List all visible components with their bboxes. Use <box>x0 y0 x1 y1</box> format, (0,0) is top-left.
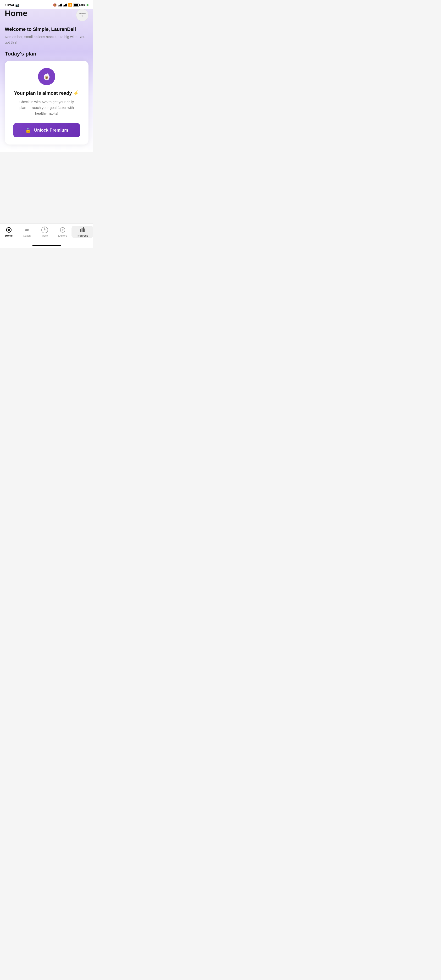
phone-container: 10:54 📷 🔕 📶 <box>0 0 93 248</box>
nav-item-progress[interactable]: Progress <box>71 226 93 238</box>
welcome-subtitle: Remember, small actions stack up to big … <box>5 34 89 45</box>
page-title: Home <box>5 9 27 18</box>
progress-nav-label: Progress <box>77 234 88 237</box>
status-icons: 🔕 📶 90% <box>53 3 89 7</box>
svg-point-2 <box>46 77 48 79</box>
svg-rect-17 <box>83 227 84 232</box>
welcome-title: Welcome to Simple, LaurenDeli <box>5 26 89 32</box>
lock-icon: 🔒 <box>25 127 31 133</box>
content-area <box>0 152 93 223</box>
avo-icon <box>42 72 51 81</box>
home-nav-label: Home <box>5 234 13 237</box>
unlock-premium-button[interactable]: 🔒 Unlock Premium <box>13 123 80 137</box>
svg-rect-16 <box>82 228 82 232</box>
track-nav-label: Track <box>41 234 48 237</box>
home-nav-icon <box>5 227 12 233</box>
status-time: 10:54 <box>5 3 14 7</box>
plan-card-description: Check in with Avo to get your daily plan… <box>16 99 78 116</box>
battery-container: 90% <box>73 3 89 7</box>
avatar[interactable]: let them ♡ <box>76 9 89 21</box>
bottom-nav: Home Coach Track <box>0 223 93 244</box>
hero-section: Home let them ♡ Welcome to Simple, Laure… <box>0 9 93 152</box>
svg-point-5 <box>8 229 10 231</box>
unlock-button-label: Unlock Premium <box>34 128 68 133</box>
home-indicator-container <box>0 244 93 248</box>
battery-dot <box>87 4 89 6</box>
header-row: Home let them ♡ <box>5 9 89 21</box>
wifi-icon: 📶 <box>68 3 72 7</box>
progress-nav-icon <box>79 227 86 233</box>
home-indicator <box>32 245 61 246</box>
nav-item-track[interactable]: Track <box>36 226 54 238</box>
battery-percent: 90% <box>79 3 86 7</box>
nav-item-home[interactable]: Home <box>0 226 18 238</box>
battery-fill <box>74 4 78 6</box>
track-nav-icon <box>41 227 48 233</box>
avatar-text: let them ♡ <box>78 12 87 18</box>
signal-bars-2 <box>63 3 67 6</box>
nav-item-explore[interactable]: Explore <box>54 226 71 238</box>
todays-plan-title: Today's plan <box>5 51 89 57</box>
coach-nav-label: Coach <box>23 234 31 237</box>
svg-marker-14 <box>62 229 63 231</box>
explore-nav-icon <box>59 227 66 233</box>
coach-nav-icon <box>24 227 30 233</box>
svg-point-12 <box>44 229 45 231</box>
plan-card-title: Your plan is almost ready ⚡ <box>11 90 83 96</box>
welcome-section: Welcome to Simple, LaurenDeli Remember, … <box>5 26 89 45</box>
plan-card: Your plan is almost ready ⚡ Check in wit… <box>5 61 89 145</box>
battery-icon <box>73 3 79 6</box>
mute-icon: 🔕 <box>53 3 57 7</box>
svg-rect-15 <box>80 229 81 232</box>
svg-rect-18 <box>84 229 86 232</box>
signal-bars-1 <box>58 3 62 6</box>
camera-icon: 📷 <box>15 3 19 7</box>
nav-item-coach[interactable]: Coach <box>18 226 36 238</box>
status-bar: 10:54 📷 🔕 📶 <box>0 0 93 9</box>
avo-icon-circle <box>38 68 55 85</box>
explore-nav-label: Explore <box>58 234 67 237</box>
